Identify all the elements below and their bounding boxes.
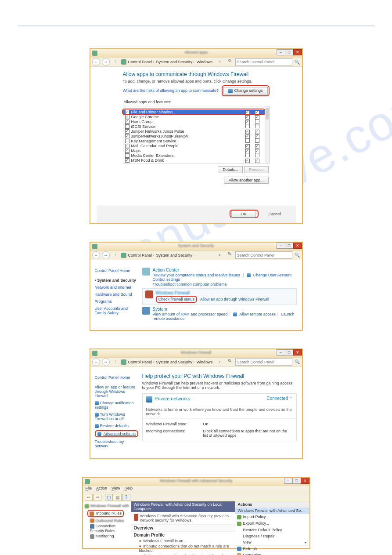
details-button[interactable]: Details...: [218, 166, 243, 173]
close-button[interactable]: ✕: [293, 49, 302, 55]
action-import[interactable]: Import Policy...: [235, 514, 309, 520]
sidebar-link[interactable]: User Accounts and Family Safety: [95, 305, 139, 316]
close-button[interactable]: ✕: [293, 243, 302, 249]
sidebar-link[interactable]: Hardware and Sound: [95, 291, 139, 298]
sidebar-link[interactable]: Turn Windows Firewall on or off: [95, 411, 139, 422]
system-link[interactable]: System: [153, 307, 297, 312]
back-button[interactable]: ←: [92, 58, 100, 66]
public-checkbox[interactable]: [255, 130, 259, 134]
refresh-button[interactable]: ↻: [226, 358, 234, 366]
cp-home-link[interactable]: Control Panel Home: [95, 267, 139, 274]
minimize-button[interactable]: −: [284, 478, 293, 484]
private-checkbox[interactable]: [245, 138, 250, 143]
list-item[interactable]: Google Chrome: [123, 115, 269, 120]
forward-button[interactable]: →: [102, 58, 110, 66]
scrollbar[interactable]: [265, 106, 269, 163]
risks-link[interactable]: What are the risks of allowing an app to…: [123, 88, 219, 93]
list-item[interactable]: Maps: [123, 149, 269, 153]
checkbox[interactable]: [125, 120, 129, 124]
maximize-button[interactable]: □: [285, 49, 294, 55]
sidebar-link[interactable]: Network and Internet: [95, 284, 139, 291]
firewall-link[interactable]: Windows Firewall: [156, 290, 270, 295]
breadcrumb[interactable]: Control Panel› System and Security›: [128, 253, 214, 258]
checkbox[interactable]: [125, 158, 129, 163]
toolbar-fwd[interactable]: ⇒: [94, 494, 101, 501]
toolbar-properties[interactable]: ▤: [114, 494, 122, 501]
action-restore[interactable]: Restore Default Policy: [235, 527, 309, 533]
private-checkbox[interactable]: [245, 110, 250, 115]
checkbox[interactable]: [125, 124, 129, 129]
private-checkbox[interactable]: [245, 144, 250, 149]
checkbox[interactable]: [125, 139, 129, 143]
action-properties[interactable]: Properties: [235, 552, 309, 555]
tree-item[interactable]: Monitoring: [85, 533, 129, 539]
checkbox[interactable]: [125, 129, 129, 134]
public-checkbox[interactable]: [255, 159, 259, 163]
private-checkbox[interactable]: [245, 120, 250, 124]
up-button[interactable]: ↑: [111, 58, 119, 66]
private-checkbox[interactable]: [245, 159, 250, 163]
private-checkbox[interactable]: [245, 134, 250, 139]
maximize-button[interactable]: □: [285, 349, 294, 355]
allow-app-link[interactable]: Allow an app through Windows Firewall: [200, 297, 269, 301]
forward-button[interactable]: →: [102, 358, 110, 366]
sidebar-link[interactable]: Change notification settings: [95, 399, 139, 411]
close-button[interactable]: ✕: [301, 478, 309, 484]
remove-button[interactable]: Remove: [244, 166, 269, 173]
allowed-apps-list[interactable]: File and Printer SharingGoogle ChromeHom…: [123, 106, 270, 163]
private-checkbox[interactable]: [245, 153, 250, 157]
maximize-button[interactable]: □: [292, 478, 301, 484]
public-checkbox[interactable]: [255, 134, 259, 139]
toolbar-back[interactable]: ⇐: [85, 494, 93, 501]
minimize-button[interactable]: −: [277, 243, 285, 249]
list-item[interactable]: Media Center Extenders: [123, 153, 269, 158]
public-checkbox[interactable]: [255, 144, 259, 149]
advanced-settings-link[interactable]: Advanced settings: [104, 432, 136, 436]
checkbox[interactable]: [125, 153, 129, 158]
sidebar-link[interactable]: Programs: [95, 298, 139, 305]
checkbox[interactable]: [125, 144, 129, 148]
back-button[interactable]: ←: [92, 358, 100, 366]
public-checkbox[interactable]: [255, 124, 259, 128]
toolbar-help[interactable]: ?: [122, 494, 130, 501]
minimize-button[interactable]: −: [277, 349, 285, 355]
list-item[interactable]: HomeGroup: [123, 120, 269, 124]
action-export[interactable]: Export Policy...: [235, 520, 309, 527]
menu-help[interactable]: Help: [124, 486, 133, 493]
close-button[interactable]: ✕: [293, 349, 302, 355]
inbound-rules-item[interactable]: Inbound Rules: [96, 511, 122, 515]
breadcrumb[interactable]: Control Panel› System and Security› Wind…: [128, 60, 214, 64]
minimize-button[interactable]: −: [277, 49, 285, 55]
search-input[interactable]: [235, 251, 292, 259]
refresh-button[interactable]: ↻: [226, 251, 234, 259]
list-item[interactable]: File and Printer Sharing: [123, 110, 269, 115]
cp-home-link[interactable]: Control Panel Home: [95, 374, 139, 381]
tree-root[interactable]: Windows Firewall with Advanc: [85, 503, 129, 509]
up-button[interactable]: ↑: [111, 251, 119, 259]
action-refresh[interactable]: Refresh: [235, 545, 309, 552]
change-settings-button[interactable]: Change settings: [223, 87, 267, 94]
public-checkbox[interactable]: [255, 149, 259, 153]
tree-item[interactable]: Outbound Rules: [85, 518, 129, 524]
checkbox[interactable]: [125, 110, 129, 114]
private-networks-header[interactable]: Private networks: [155, 396, 190, 401]
check-firewall-status-link[interactable]: Check firewall status: [158, 297, 195, 301]
ok-button[interactable]: OK: [231, 210, 255, 218]
menu-action[interactable]: Action: [96, 486, 107, 493]
checkbox[interactable]: [125, 115, 129, 119]
list-item[interactable]: JuniperNetworksJunosPulseVpn: [123, 134, 269, 139]
maximize-button[interactable]: □: [285, 243, 294, 249]
back-button[interactable]: ←: [92, 251, 100, 259]
action-center-link[interactable]: Action Center: [153, 268, 297, 272]
private-checkbox[interactable]: [245, 124, 250, 128]
search-input[interactable]: [235, 58, 292, 66]
menu-file[interactable]: File: [86, 486, 92, 493]
action-diagnose[interactable]: Diagnose / Repair: [235, 533, 309, 539]
list-item[interactable]: MSN Food & Drink: [123, 158, 269, 163]
list-item[interactable]: Mail, Calendar, and People: [123, 144, 269, 149]
sidebar-current[interactable]: System and Security: [95, 277, 139, 284]
sidebar-link[interactable]: Restore defaults: [95, 422, 139, 429]
menu-view[interactable]: View: [111, 486, 120, 493]
cancel-button[interactable]: Cancel: [262, 211, 287, 217]
private-checkbox[interactable]: [245, 115, 250, 120]
